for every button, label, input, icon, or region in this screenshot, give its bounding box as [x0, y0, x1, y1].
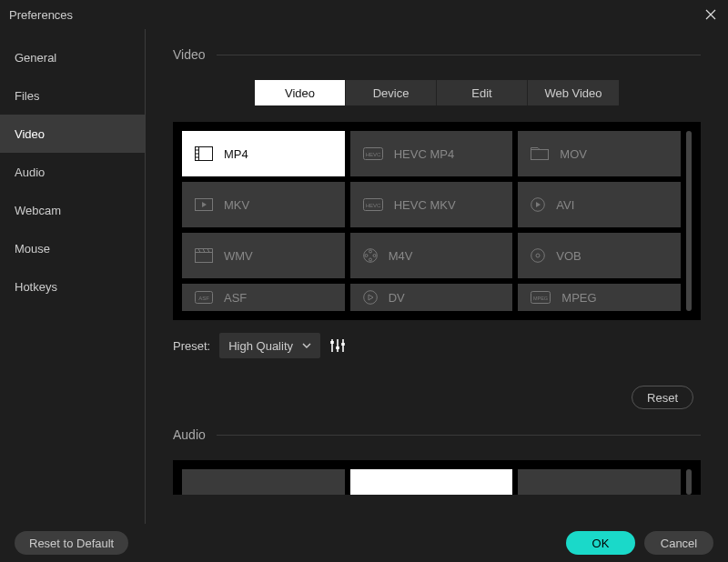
svg-point-21 — [531, 249, 545, 263]
ok-button[interactable]: OK — [566, 531, 635, 555]
mpeg-icon: MPEG — [531, 291, 551, 304]
format-item-avi[interactable]: AVI — [518, 182, 681, 227]
section-title-audio: Audio — [173, 427, 206, 442]
audio-format-item[interactable] — [350, 469, 513, 495]
sidebar-item-files[interactable]: Files — [0, 76, 145, 115]
reset-button[interactable]: Reset — [632, 386, 693, 409]
audio-scrollbar[interactable] — [686, 469, 692, 495]
svg-line-13 — [198, 249, 200, 253]
svg-rect-33 — [341, 343, 345, 346]
main-panel: Video Video Device Edit Web Video MP4 HE… — [146, 29, 728, 524]
svg-text:MPEG: MPEG — [533, 296, 548, 301]
svg-point-20 — [365, 255, 368, 257]
tab-device[interactable]: Device — [346, 80, 437, 105]
tab-video[interactable]: Video — [255, 80, 346, 105]
format-panel: MP4 HEVC HEVC MP4 MOV MKV — [173, 122, 701, 320]
chevron-down-icon — [302, 343, 311, 348]
audio-format-panel — [173, 460, 701, 495]
reset-default-button[interactable]: Reset to Default — [15, 531, 128, 555]
tab-edit[interactable]: Edit — [437, 80, 528, 105]
reel-icon — [363, 248, 378, 263]
format-item-mov[interactable]: MOV — [518, 131, 681, 176]
format-item-asf[interactable]: ASF ASF — [182, 284, 345, 311]
tab-web-video[interactable]: Web Video — [528, 80, 619, 105]
svg-point-22 — [536, 254, 540, 257]
format-item-m4v[interactable]: M4V — [350, 233, 513, 278]
section-title-video: Video — [173, 47, 206, 62]
titlebar: Preferences — [0, 0, 728, 29]
sidebar-item-hotkeys[interactable]: Hotkeys — [0, 267, 145, 306]
footer: Reset to Default OK Cancel — [0, 524, 728, 562]
svg-text:HEVC: HEVC — [365, 203, 380, 208]
svg-point-19 — [369, 258, 371, 261]
audio-format-item[interactable] — [518, 469, 681, 495]
svg-rect-12 — [196, 253, 213, 263]
svg-rect-29 — [330, 341, 334, 344]
asf-icon: ASF — [195, 291, 213, 304]
sidebar-item-video[interactable]: Video — [0, 115, 145, 153]
format-item-dv[interactable]: DV — [350, 284, 513, 311]
format-scrollbar[interactable] — [686, 131, 692, 311]
svg-line-15 — [207, 249, 209, 253]
svg-point-16 — [363, 249, 377, 263]
dv-icon — [363, 290, 378, 305]
preset-select[interactable]: High Quality — [219, 333, 320, 358]
svg-point-25 — [363, 291, 377, 305]
audio-section: Audio — [173, 427, 701, 495]
play-rect-icon — [195, 198, 213, 211]
preset-label: Preset: — [173, 339, 210, 353]
hevc-icon: HEVC — [363, 147, 383, 160]
svg-point-17 — [369, 250, 371, 253]
sidebar: General Files Video Audio Webcam Mouse H… — [0, 29, 146, 524]
cancel-button[interactable]: Cancel — [644, 531, 713, 555]
svg-text:ASF: ASF — [198, 296, 209, 301]
window-title: Preferences — [9, 8, 73, 22]
sliders-icon[interactable] — [329, 338, 346, 353]
sidebar-item-mouse[interactable]: Mouse — [0, 229, 145, 267]
format-item-mpeg[interactable]: MPEG MPEG — [518, 284, 681, 311]
svg-rect-7 — [531, 150, 549, 160]
format-item-vob[interactable]: VOB — [518, 233, 681, 278]
svg-text:HEVC: HEVC — [365, 152, 380, 157]
film-icon — [195, 146, 213, 161]
format-item-mp4[interactable]: MP4 — [182, 131, 345, 176]
sidebar-item-webcam[interactable]: Webcam — [0, 191, 145, 229]
format-item-mkv[interactable]: MKV — [182, 182, 345, 227]
format-item-hevc-mp4[interactable]: HEVC HEVC MP4 — [350, 131, 513, 176]
close-icon[interactable] — [703, 6, 719, 23]
video-section: Video Video Device Edit Web Video MP4 HE… — [173, 47, 701, 409]
format-item-wmv[interactable]: WMV — [182, 233, 345, 278]
folder-icon — [531, 147, 549, 160]
svg-point-18 — [373, 255, 376, 257]
play-circle-icon — [531, 197, 545, 212]
format-item-hevc-mkv[interactable]: HEVC HEVC MKV — [350, 182, 513, 227]
audio-format-item[interactable] — [182, 469, 345, 495]
disc-icon — [531, 248, 545, 263]
clapper-icon — [195, 248, 213, 263]
format-tabs: Video Device Edit Web Video — [173, 80, 701, 105]
sidebar-item-audio[interactable]: Audio — [0, 153, 145, 191]
svg-line-14 — [203, 249, 205, 253]
hevc-icon: HEVC — [363, 198, 383, 211]
svg-rect-31 — [336, 346, 339, 349]
sidebar-item-general[interactable]: General — [0, 38, 145, 76]
